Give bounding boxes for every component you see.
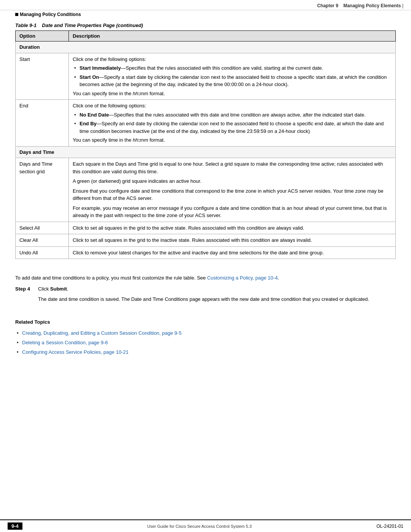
page-header: Chapter 9 Managing Policy Elements |: [0, 0, 411, 10]
footer-left: 9-4: [8, 522, 22, 530]
related-link-2-anchor[interactable]: Deleting a Session Condition, page 9-6: [22, 340, 108, 345]
related-topics-list: Creating, Duplicating, and Editing a Cus…: [15, 329, 396, 356]
table-row-days-grid: Days and Time section grid Each square i…: [16, 158, 396, 222]
desc-end: Click one of the following options: No E…: [69, 100, 396, 147]
customizing-policy-link[interactable]: Customizing a Policy, page 10-4: [207, 275, 277, 281]
desc-clear-all: Click to set all squares in the grid to …: [69, 234, 396, 247]
option-clear-all: Clear All: [16, 234, 69, 247]
desc-undo-all: Click to remove your latest changes for …: [69, 246, 396, 259]
start-bullet-2: Start On—Specify a start date by clickin…: [73, 73, 392, 88]
step4-label: Step 4: [15, 285, 38, 293]
footer-page-num: 9-4: [8, 522, 22, 530]
footer-center: User Guide for Cisco Secure Access Contr…: [147, 524, 252, 529]
section-duration: Duration: [16, 42, 396, 53]
start-bullets: Start Immediately—Specifies that the rul…: [73, 64, 392, 88]
option-select-all: Select All: [16, 222, 69, 234]
post-table: To add date and time conditions to a pol…: [0, 274, 411, 356]
desc-days-grid: Each square in the Days and Time grid is…: [69, 158, 396, 222]
table-row-end: End Click one of the following options: …: [16, 100, 396, 147]
desc-select-all: Click to set all squares in the grid to …: [69, 222, 396, 234]
table-row-undo-all: Undo All Click to remove your latest cha…: [16, 246, 396, 259]
footer-right: OL-24201-01: [376, 524, 403, 529]
header-chapter-title: Chapter 9 Managing Policy Elements |: [317, 3, 403, 8]
end-bullets: No End Date—Specifies that the rules ass…: [73, 111, 392, 135]
option-end: End: [16, 100, 69, 147]
step4-result: The date and time condition is saved. Th…: [38, 296, 396, 304]
desc-start: Click one of the following options: Star…: [69, 53, 396, 100]
related-link-1[interactable]: Creating, Duplicating, and Editing a Cus…: [15, 329, 396, 337]
related-link-1-anchor[interactable]: Creating, Duplicating, and Editing a Cus…: [22, 330, 182, 336]
table-row-start: Start Click one of the following options…: [16, 53, 396, 100]
step4-line: Step 4 Click Submit.: [15, 285, 396, 293]
main-content: Table 9-1 Date and Time Properties Page …: [0, 19, 411, 274]
option-days-grid: Days and Time section grid: [16, 158, 69, 222]
table-row-clear-all: Clear All Click to set all squares in th…: [16, 234, 396, 247]
section-days-time-label: Days and Time: [16, 146, 396, 158]
page-footer: 9-4 User Guide for Cisco Secure Access C…: [0, 519, 411, 532]
related-link-2[interactable]: Deleting a Session Condition, page 9-6: [15, 339, 396, 347]
data-table: Option Description Duration Start Click …: [15, 30, 396, 259]
table-title: Table 9-1 Date and Time Properties Page …: [15, 22, 396, 28]
step4-content: Click Submit.: [38, 285, 396, 293]
section-duration-label: Duration: [16, 42, 396, 53]
start-bullet-1: Start Immediately—Specifies that the rul…: [73, 64, 392, 72]
related-link-3[interactable]: Configuring Access Service Policies, pag…: [15, 348, 396, 356]
col-header-description: Description: [69, 31, 396, 42]
option-undo-all: Undo All: [16, 246, 69, 259]
col-header-option: Option: [16, 31, 69, 42]
sub-header: Managing Policy Conditions: [0, 10, 411, 19]
related-link-3-anchor[interactable]: Configuring Access Service Policies, pag…: [22, 349, 129, 355]
option-start: Start: [16, 53, 69, 100]
end-bullet-2: End By—Specify an end date by clicking t…: [73, 120, 392, 135]
table-row-select-all: Select All Click to set all squares in t…: [16, 222, 396, 234]
section-days-time: Days and Time: [16, 146, 396, 158]
post-table-para1: To add date and time conditions to a pol…: [15, 274, 396, 282]
related-topics-title: Related Topics: [15, 318, 396, 326]
end-bullet-1: No End Date—Specifies that the rules ass…: [73, 111, 392, 119]
related-topics-section: Related Topics Creating, Duplicating, an…: [15, 315, 396, 356]
